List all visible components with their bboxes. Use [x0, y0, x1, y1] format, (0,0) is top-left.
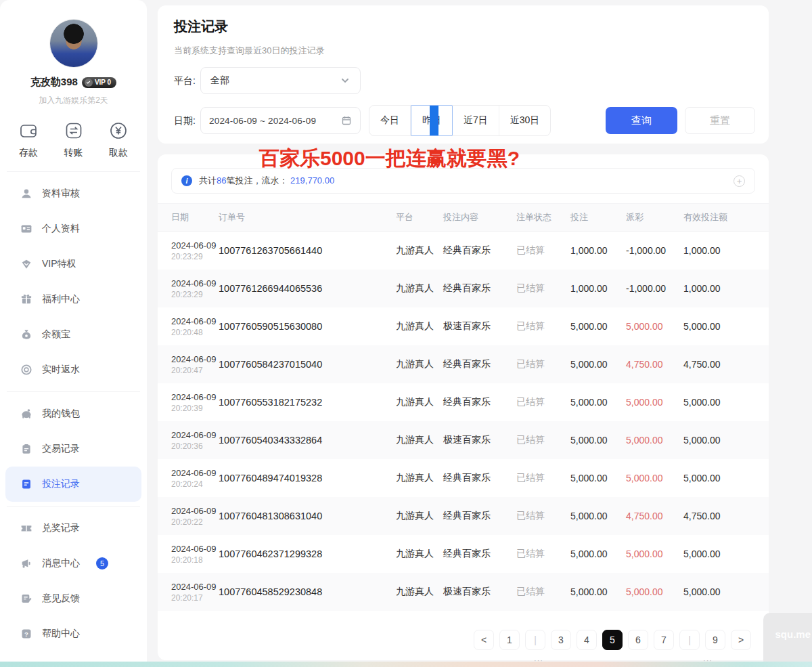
cell-order-number: 1007760489474019328	[219, 473, 396, 483]
pagination: <1|34567|9>	[474, 630, 751, 650]
date-value: 2024-06-09	[171, 278, 219, 288]
expand-plus-icon[interactable]: +	[734, 175, 745, 187]
cell-status: 已结算	[516, 548, 570, 560]
page-button-3[interactable]: 3	[551, 630, 571, 650]
reset-button[interactable]: 重置	[685, 107, 755, 134]
table-row[interactable]: 2024-06-0920:20:171007760458529230848九游真…	[158, 573, 769, 611]
page-button-1[interactable]: 1	[499, 630, 520, 650]
deposit-button[interactable]: 存款	[18, 120, 39, 159]
sidebar-item-profile-audit[interactable]: 资料审核	[5, 176, 141, 211]
cell-platform: 九游真人	[396, 510, 443, 522]
cell-payout: 5,000.00	[626, 321, 683, 332]
table-row[interactable]: 2024-06-0920:23:291007761263705661440九游真…	[158, 232, 769, 270]
quick-range-今日[interactable]: 今日	[369, 106, 411, 135]
cell-valid-bet: 5,000.00	[683, 397, 755, 408]
page-button-4[interactable]: 4	[577, 630, 597, 650]
date-range-input[interactable]: 2024-06-09 ~ 2024-06-09	[200, 107, 361, 134]
column-header: 有效投注额	[683, 211, 755, 223]
cell-valid-bet: 4,750.00	[683, 359, 755, 370]
bottom-gradient-strip	[0, 662, 812, 667]
date-value: 2024-06-09	[171, 468, 219, 478]
sidebar-item-personal-info[interactable]: 个人资料	[5, 211, 141, 246]
page-ellipsis-button[interactable]: |	[525, 630, 545, 650]
sidebar: 克孜勒398 VIP 0 加入九游娱乐第2天 存款转账取款 资料审核个人资料VI…	[0, 0, 147, 662]
cell-payout: 4,750.00	[626, 359, 683, 370]
sidebar-item-transaction-records[interactable]: 交易记录	[5, 431, 141, 467]
cell-bet-amount: 5,000.00	[570, 435, 626, 446]
table-row[interactable]: 2024-06-0920:20:391007760553182175232九游真…	[158, 383, 769, 421]
table-row[interactable]: 2024-06-0920:20:481007760590515630080九游真…	[158, 307, 769, 345]
sidebar-item-my-wallet[interactable]: 我的钱包	[5, 396, 141, 431]
table-row[interactable]: 2024-06-0920:20:361007760540343332864九游真…	[158, 421, 769, 459]
sidebar-item-bet-records[interactable]: 投注记录	[5, 467, 141, 502]
page-ellipsis-button[interactable]: |	[679, 630, 700, 650]
sidebar-item-yuebao[interactable]: 余额宝	[5, 317, 141, 352]
sidebar-item-realtime-rebate[interactable]: 实时返水	[5, 352, 141, 387]
withdraw-icon	[108, 120, 129, 142]
wallet-actions: 存款转账取款	[0, 106, 147, 171]
date-value: 2024-06-09	[171, 354, 219, 364]
page-button-6[interactable]: 6	[628, 630, 648, 650]
sidebar-item-help-center[interactable]: ?帮助中心	[5, 616, 141, 651]
withdraw-label: 取款	[109, 147, 128, 159]
cell-bet-content: 极速百家乐	[443, 320, 516, 332]
next-page-button[interactable]: >	[731, 630, 751, 650]
time-value: 20:23:29	[171, 252, 219, 261]
page-button-7[interactable]: 7	[654, 630, 674, 650]
date-value: 2024-06-09	[171, 316, 219, 326]
sidebar-item-message-center[interactable]: 消息中心5	[5, 546, 141, 581]
quick-range-近7日[interactable]: 近7日	[453, 106, 499, 135]
table-row[interactable]: 2024-06-0920:20:471007760584237015040九游真…	[158, 345, 769, 383]
cell-bet-content: 极速百家乐	[443, 586, 516, 598]
cell-bet-amount: 5,000.00	[570, 511, 626, 521]
time-value: 20:20:36	[171, 442, 219, 451]
cell-order-number: 1007760481308631040	[219, 511, 396, 521]
cell-status: 已结算	[516, 586, 570, 598]
withdraw-button[interactable]: 取款	[108, 120, 129, 159]
transfer-button[interactable]: 转账	[63, 120, 85, 159]
sidebar-item-prize-records[interactable]: 兑奖记录	[5, 511, 141, 546]
cell-valid-bet: 5,000.00	[683, 586, 755, 597]
sidebar-item-vip-privileges[interactable]: VIP特权	[5, 246, 141, 282]
prev-page-button[interactable]: <	[474, 630, 494, 650]
quick-range-近30日[interactable]: 近30日	[499, 106, 551, 135]
search-button[interactable]: 查询	[606, 107, 677, 134]
cell-platform: 九游真人	[396, 586, 443, 598]
table-row[interactable]: 2024-06-0920:20:241007760489474019328九游真…	[158, 459, 769, 497]
date-value: 2024-06-09	[171, 430, 219, 440]
chevron-down-icon	[340, 75, 351, 86]
joined-days-text: 加入九游娱乐第2天	[0, 95, 147, 106]
question-icon: ?	[20, 628, 32, 640]
cell-status: 已结算	[516, 244, 570, 257]
svg-text:?: ?	[24, 630, 28, 638]
cell-date: 2024-06-0920:20:47	[171, 354, 219, 375]
table-row[interactable]: 2024-06-0920:20:181007760462371299328九游真…	[158, 535, 769, 573]
cell-payout: 5,000.00	[626, 397, 683, 408]
page-button-9[interactable]: 9	[705, 630, 725, 650]
avatar[interactable]	[49, 19, 98, 68]
table-row[interactable]: 2024-06-0920:20:221007760481308631040九游真…	[158, 497, 769, 535]
cell-date: 2024-06-0920:20:22	[171, 506, 219, 527]
sidebar-item-label: 投注记录	[42, 478, 80, 490]
table-row[interactable]: 2024-06-0920:23:291007761266944065536九游真…	[158, 270, 769, 307]
cell-order-number: 1007761263705661440	[219, 245, 396, 256]
table-body: 2024-06-0920:23:291007761263705661440九游真…	[158, 232, 769, 611]
column-header: 平台	[396, 211, 443, 223]
sidebar-item-feedback[interactable]: 意见反馈	[5, 581, 141, 616]
quick-range-昨日[interactable]: 昨日	[411, 105, 453, 136]
rebate-disc-icon	[20, 364, 32, 376]
column-header: 派彩	[626, 211, 683, 223]
filter-card: 投注记录 当前系统支持查询最近30日的投注记录 平台: 全部 日期: 2024-…	[158, 5, 769, 144]
diamond-icon	[20, 258, 32, 270]
user-icon	[20, 188, 32, 200]
feedback-icon	[20, 593, 32, 605]
transfer-label: 转账	[64, 147, 83, 159]
platform-select[interactable]: 全部	[200, 67, 361, 94]
page-button-5[interactable]: 5	[602, 630, 623, 650]
cell-platform: 九游真人	[396, 282, 443, 295]
sidebar-item-welfare-center[interactable]: 福利中心	[5, 282, 141, 317]
date-value: 2024-06-09	[171, 392, 219, 402]
cell-status: 已结算	[516, 510, 570, 522]
cell-date: 2024-06-0920:23:29	[171, 278, 219, 299]
cell-valid-bet: 1,000.00	[683, 245, 755, 256]
